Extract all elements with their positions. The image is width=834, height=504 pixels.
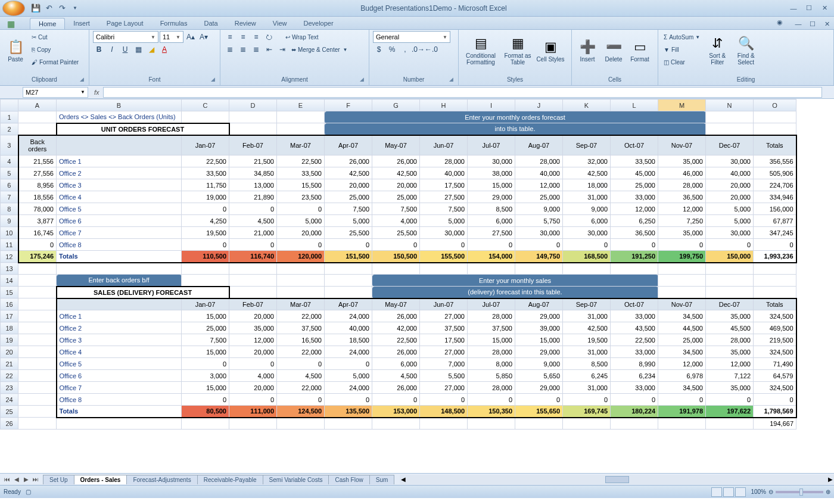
close-icon[interactable]: ✕ bbox=[817, 3, 832, 14]
cell[interactable]: Office 8 bbox=[57, 239, 182, 251]
cell[interactable]: 35,000 bbox=[229, 322, 277, 334]
cell[interactable]: Office 6 bbox=[57, 215, 182, 227]
cell[interactable]: 0 bbox=[706, 239, 754, 251]
cell[interactable]: 33,500 bbox=[182, 167, 229, 179]
cell[interactable] bbox=[372, 263, 420, 275]
dialog-launcher-icon[interactable]: ◢ bbox=[209, 76, 216, 83]
row-header[interactable]: 7 bbox=[1, 191, 18, 203]
cell[interactable] bbox=[325, 275, 372, 287]
cell[interactable]: 19,500 bbox=[563, 334, 611, 346]
cell[interactable]: Back orders bbox=[18, 135, 57, 155]
row-header[interactable]: 9 bbox=[1, 215, 18, 227]
cell[interactable]: 29,000 bbox=[515, 346, 563, 358]
cell[interactable]: 26,000 bbox=[372, 155, 420, 167]
cut-button[interactable]: ✂Cut bbox=[30, 31, 80, 43]
cell[interactable]: Office 3 bbox=[57, 334, 182, 346]
cell[interactable]: 0 bbox=[229, 358, 277, 370]
cell[interactable] bbox=[277, 287, 325, 298]
cell[interactable]: 33,500 bbox=[277, 167, 325, 179]
cell[interactable]: Sep-07 bbox=[563, 298, 611, 310]
cell[interactable]: 150,500 bbox=[372, 251, 420, 263]
cell[interactable]: 28,000 bbox=[515, 155, 563, 167]
cell[interactable]: 199,750 bbox=[658, 251, 706, 263]
cell[interactable]: 40,000 bbox=[325, 322, 372, 334]
dialog-launcher-icon[interactable]: ◢ bbox=[78, 76, 85, 83]
cell[interactable]: Jul-07 bbox=[468, 298, 515, 310]
cell[interactable]: 35,000 bbox=[658, 227, 706, 239]
cell[interactable]: 7,500 bbox=[182, 334, 229, 346]
sheet-tab[interactable]: Orders - Sales bbox=[74, 475, 127, 484]
column-header[interactable]: H bbox=[420, 99, 468, 111]
align-right-icon[interactable]: ≣ bbox=[250, 43, 262, 55]
cell[interactable]: 26,000 bbox=[325, 155, 372, 167]
cell[interactable]: 5,500 bbox=[420, 370, 468, 382]
percent-icon[interactable]: % bbox=[386, 43, 398, 55]
cell[interactable]: Office 7 bbox=[57, 227, 182, 239]
cell[interactable]: 6,000 bbox=[563, 215, 611, 227]
copy-button[interactable]: ⎘Copy bbox=[30, 43, 80, 55]
cell[interactable]: Jun-07 bbox=[420, 298, 468, 310]
cell[interactable]: UNIT ORDERS FORECAST bbox=[57, 123, 229, 135]
cell[interactable]: 21,000 bbox=[229, 227, 277, 239]
cell[interactable]: 20,000 bbox=[325, 179, 372, 191]
cell[interactable] bbox=[277, 263, 325, 275]
cell[interactable]: 0 bbox=[182, 358, 229, 370]
cell[interactable]: 35,000 bbox=[658, 155, 706, 167]
cell[interactable]: 44,500 bbox=[658, 322, 706, 334]
cell[interactable]: Aug-07 bbox=[515, 298, 563, 310]
cell[interactable]: 3,000 bbox=[182, 370, 229, 382]
cell[interactable] bbox=[182, 111, 229, 123]
cell[interactable]: Apr-07 bbox=[325, 298, 372, 310]
cell[interactable] bbox=[18, 358, 57, 370]
cell[interactable]: 33,000 bbox=[611, 191, 658, 203]
row-header[interactable]: 23 bbox=[1, 382, 18, 394]
cell[interactable]: Office 5 bbox=[57, 203, 182, 215]
cell[interactable]: 22,500 bbox=[182, 155, 229, 167]
cell[interactable]: May-07 bbox=[372, 135, 420, 155]
format-painter-button[interactable]: 🖌Format Painter bbox=[30, 56, 80, 68]
cell[interactable]: 17,500 bbox=[420, 334, 468, 346]
cell[interactable]: 24,000 bbox=[325, 382, 372, 394]
ribbon-tab-formulas[interactable]: Formulas bbox=[152, 18, 196, 29]
increase-indent-icon[interactable]: ⇥ bbox=[276, 43, 288, 55]
cell[interactable]: 0 bbox=[277, 239, 325, 251]
cell[interactable] bbox=[325, 263, 372, 275]
cell[interactable]: Office 1 bbox=[57, 155, 182, 167]
row-header[interactable]: 22 bbox=[1, 370, 18, 382]
cell[interactable]: 5,000 bbox=[277, 215, 325, 227]
cell[interactable] bbox=[18, 418, 57, 430]
cell[interactable]: 34,500 bbox=[658, 382, 706, 394]
cell[interactable] bbox=[18, 370, 57, 382]
cell[interactable]: 21,556 bbox=[18, 155, 57, 167]
cell[interactable]: 0 bbox=[611, 394, 658, 406]
cell[interactable]: 224,706 bbox=[754, 179, 796, 191]
row-header[interactable]: 3 bbox=[1, 135, 18, 155]
zoom-in-icon[interactable]: ⊕ bbox=[826, 489, 830, 495]
cell[interactable]: 35,000 bbox=[706, 346, 754, 358]
cell[interactable]: 12,000 bbox=[658, 203, 706, 215]
cell[interactable]: Jan-07 bbox=[182, 135, 229, 155]
cell[interactable]: 0 bbox=[277, 203, 325, 215]
cell[interactable]: 5,000 bbox=[706, 203, 754, 215]
row-header[interactable]: 15 bbox=[1, 287, 18, 298]
orientation-icon[interactable]: ⭮ bbox=[263, 31, 275, 43]
font-color-button[interactable]: A bbox=[158, 43, 170, 55]
cell[interactable]: 24,000 bbox=[325, 346, 372, 358]
row-header[interactable]: 25 bbox=[1, 406, 18, 418]
cell[interactable]: 0 bbox=[325, 358, 372, 370]
row-header[interactable]: 4 bbox=[1, 155, 18, 167]
cell[interactable]: 9,000 bbox=[515, 358, 563, 370]
cell[interactable]: 135,500 bbox=[325, 406, 372, 418]
cell[interactable]: 347,245 bbox=[754, 227, 796, 239]
cell[interactable]: 46,000 bbox=[658, 167, 706, 179]
cell[interactable]: Office 5 bbox=[57, 358, 182, 370]
cell[interactable]: 324,500 bbox=[754, 346, 796, 358]
cell[interactable]: 0 bbox=[182, 203, 229, 215]
row-header[interactable]: 21 bbox=[1, 358, 18, 370]
decrease-decimal-icon[interactable]: ←.0 bbox=[425, 43, 437, 55]
cell[interactable]: 6,000 bbox=[468, 215, 515, 227]
cell[interactable]: 6,245 bbox=[563, 370, 611, 382]
autosum-button[interactable]: ΣAutoSum▼ bbox=[662, 31, 702, 43]
cell[interactable]: 43,500 bbox=[611, 322, 658, 334]
cell[interactable] bbox=[611, 418, 658, 430]
